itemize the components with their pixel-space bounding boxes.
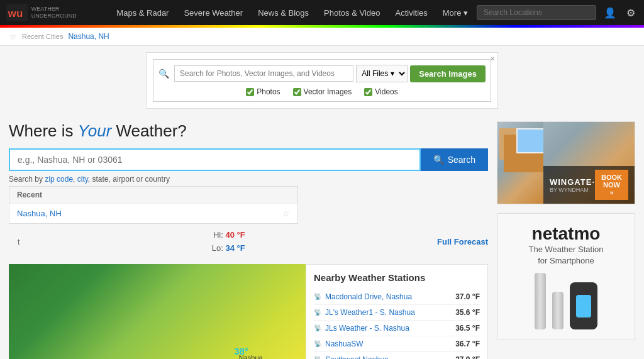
ad-search-button[interactable]: Search Images	[410, 65, 486, 82]
station-signal-icon: 📡	[314, 356, 321, 359]
dropdown-recent-label: Recent	[9, 187, 297, 203]
star-icon[interactable]: ☆	[9, 31, 17, 41]
wingate-sub: BY WYNDHAM	[550, 187, 595, 193]
station-name-link[interactable]: Macdonald Drive, Nashua	[325, 292, 412, 301]
station-signal-icon: 📡	[314, 309, 321, 316]
hint-zip-link[interactable]: zip code	[45, 175, 73, 184]
device-cylinder-short	[552, 292, 564, 329]
station-temp: 36.7 °F	[455, 340, 480, 348]
ad-checkbox-photos[interactable]: Photos	[246, 87, 280, 96]
hotel-ad: WINGATE· BY WYNDHAM BOOK NOW »	[497, 121, 635, 204]
location-input[interactable]	[9, 148, 421, 171]
ad-filter-select[interactable]: All Files ▾	[356, 65, 408, 82]
top-navigation: wu WEATHER UNDERGROUND Maps & Radar Seve…	[0, 0, 644, 25]
breadcrumb-bar: ☆ Recent Cities Nashua, NH	[0, 28, 644, 46]
full-forecast-link[interactable]: Full Forecast	[437, 237, 488, 246]
netatmo-title: netatmo	[508, 224, 625, 244]
ad-checkboxes: Photos Vector Images Videos	[246, 87, 398, 96]
dropdown-city-name[interactable]: Nashua, NH	[17, 209, 62, 218]
ad-inner: 🔍 All Files ▾ Search Images Photos Vecto…	[153, 59, 491, 102]
ad-banner: ✕ 🔍 All Files ▾ Search Images Photos Vec…	[146, 52, 498, 109]
nav-search-area: 👤 ⚙	[477, 5, 638, 20]
wingate-logo: WINGATE·	[550, 177, 595, 187]
netatmo-sub: The Weather Station for Smartphone	[508, 244, 625, 267]
nav-activities[interactable]: Activities	[389, 8, 433, 18]
weather-row: t Hi: 40 °F Lo: 34 °F Full Forecast	[9, 224, 488, 260]
dropdown-star-icon[interactable]: ☆	[282, 209, 290, 218]
page-title: Where is Your Weather?	[9, 121, 488, 141]
station-row: 📡 NashuaSW 36.7 °F	[314, 336, 480, 352]
station-temp: 37.0 °F	[455, 292, 480, 301]
search-locations-input[interactable]	[477, 5, 596, 20]
hotel-bar: WINGATE· BY WYNDHAM BOOK NOW »	[543, 166, 635, 204]
nav-severe-weather[interactable]: Severe Weather	[177, 8, 249, 18]
search-hint: Search by zip code, city, state, airport…	[9, 175, 488, 184]
device-phone	[570, 282, 597, 329]
logo-area[interactable]: wu WEATHER UNDERGROUND	[6, 3, 101, 22]
nav-news-blogs[interactable]: News & Blogs	[252, 8, 315, 18]
hotel-image: WINGATE· BY WYNDHAM BOOK NOW »	[497, 122, 635, 204]
nearby-title: Nearby Weather Stations	[314, 272, 480, 283]
svg-text:wu: wu	[8, 8, 23, 19]
weather-temps: Hi: 40 °F Lo: 34 °F	[212, 229, 245, 255]
breadcrumb-city[interactable]: Nashua, NH	[68, 32, 109, 41]
ad-search-row: 🔍 All Files ▾ Search Images	[158, 65, 486, 82]
ad-search-input[interactable]	[174, 65, 353, 82]
temp-lo: Lo: 34 °F	[212, 242, 245, 255]
wu-logo: wu	[6, 3, 28, 22]
station-row: 📡 Southwest Nashua 37.9 °F	[314, 352, 480, 359]
ad-search-icon: 🔍	[158, 69, 169, 79]
netatmo-devices	[508, 273, 625, 329]
temp-hi: Hi: 40 °F	[212, 229, 245, 242]
nav-maps-radar[interactable]: Maps & Radar	[110, 8, 175, 18]
location-search-row: 🔍 Search	[9, 148, 488, 171]
ad-close-button[interactable]: ✕	[490, 55, 495, 62]
stations-list: 📡 Macdonald Drive, Nashua 37.0 °F 📡 JL's…	[314, 289, 480, 359]
settings-icon-button[interactable]: ⚙	[624, 7, 638, 19]
station-name-link[interactable]: NashuaSW	[325, 340, 364, 348]
station-name-link[interactable]: JL's Weather1 - S. Nashua	[325, 308, 415, 317]
station-signal-icon: 📡	[314, 324, 321, 331]
station-row: 📡 JLs Weather - S. Nashua 36.5 °F	[314, 321, 480, 336]
station-temp: 36.5 °F	[455, 324, 480, 333]
weather-condition: t	[18, 238, 19, 246]
station-name-link[interactable]: JLs Weather - S. Nashua	[325, 324, 409, 333]
station-signal-icon: 📡	[314, 340, 321, 347]
station-temp: 37.9 °F	[455, 355, 480, 359]
nav-more[interactable]: More ▾	[436, 8, 474, 18]
right-panel: WINGATE· BY WYNDHAM BOOK NOW » netatmo T…	[497, 121, 635, 359]
device-screen	[576, 295, 591, 318]
station-row: 📡 JL's Weather1 - S. Nashua 35.6 °F	[314, 305, 480, 321]
station-temp: 35.6 °F	[455, 308, 480, 317]
nav-photos-video[interactable]: Photos & Video	[318, 8, 386, 18]
station-signal-icon: 📡	[314, 293, 321, 300]
main-content: Where is Your Weather? 🔍 Search Search b…	[0, 115, 644, 359]
left-panel: Where is Your Weather? 🔍 Search Search b…	[9, 121, 488, 359]
dropdown-item: Nashua, NH ☆	[9, 203, 297, 223]
device-cylinder-tall	[535, 273, 546, 329]
ad-checkbox-videos[interactable]: Videos	[364, 87, 397, 96]
netatmo-ad: netatmo The Weather Station for Smartpho…	[497, 213, 635, 340]
search-icon: 🔍	[433, 155, 444, 165]
breadcrumb-label: Recent Cities	[22, 33, 63, 40]
location-dropdown: Recent Nashua, NH ☆	[9, 186, 298, 224]
map-city-label: Nashua	[239, 354, 263, 359]
map-container[interactable]: 37°36°37°37°38°37° Nashua Nearby Weather…	[9, 264, 488, 359]
user-icon-button[interactable]: 👤	[601, 7, 619, 19]
location-search-button[interactable]: 🔍 Search	[421, 148, 488, 171]
book-now-button[interactable]: BOOK NOW »	[595, 170, 628, 200]
brand-subtitle: WEATHER UNDERGROUND	[31, 6, 102, 19]
station-name-link[interactable]: Southwest Nashua	[325, 355, 389, 359]
nearby-weather-stations-panel: Nearby Weather Stations 📡 Macdonald Driv…	[306, 264, 488, 359]
hint-city-link[interactable]: city	[77, 175, 88, 184]
ad-checkbox-vector[interactable]: Vector Images	[293, 87, 352, 96]
station-row: 📡 Macdonald Drive, Nashua 37.0 °F	[314, 289, 480, 305]
